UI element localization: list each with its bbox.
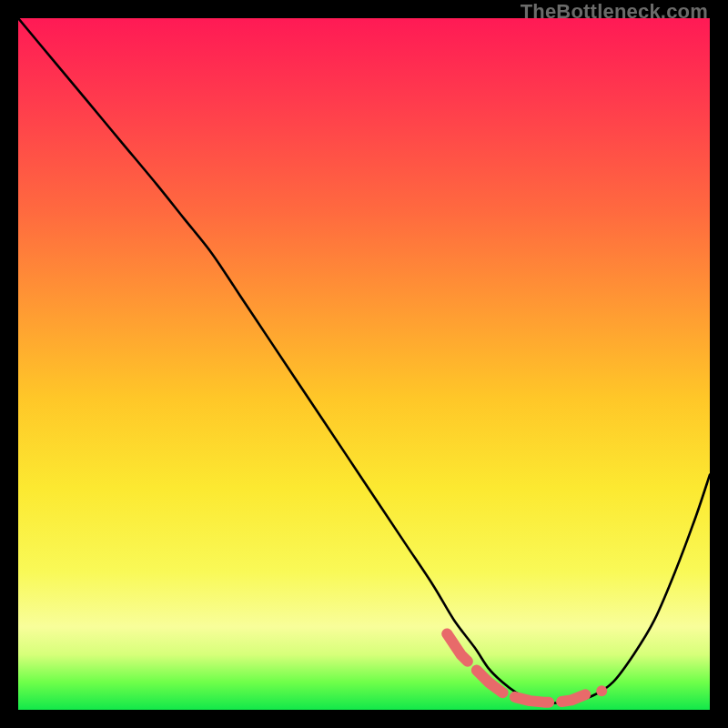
gradient-background <box>18 18 710 710</box>
watermark-text: TheBottleneck.com <box>521 0 708 24</box>
chart-frame <box>18 18 710 710</box>
